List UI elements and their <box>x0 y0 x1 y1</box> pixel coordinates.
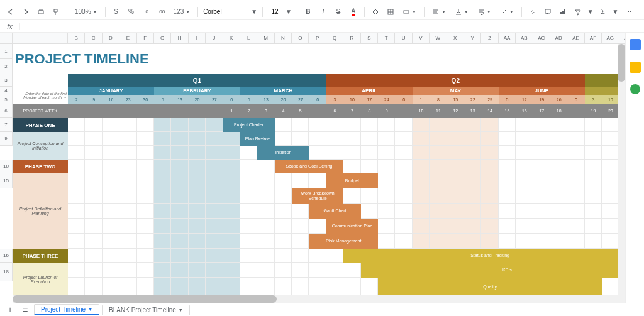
column-header[interactable]: B <box>68 33 85 44</box>
inc-decimal-button[interactable]: .00 <box>156 6 167 18</box>
tasks-addon-icon[interactable] <box>630 84 640 94</box>
keep-addon-icon[interactable] <box>630 62 641 73</box>
column-header[interactable]: O <box>292 33 309 44</box>
dec-decimal-button[interactable]: .0 <box>141 6 152 18</box>
all-sheets-button[interactable]: ≡ <box>19 305 31 315</box>
column-header[interactable]: AD <box>550 33 567 44</box>
column-header[interactable]: AE <box>567 33 584 44</box>
column-header[interactable]: T <box>378 33 395 44</box>
filter-chevron-icon[interactable]: ▼ <box>587 8 594 15</box>
row-header[interactable]: 7 <box>0 118 13 132</box>
column-header[interactable]: Z <box>481 33 498 44</box>
formula-input[interactable] <box>20 20 644 32</box>
row-header[interactable]: 9 <box>0 132 13 146</box>
column-header[interactable]: AF <box>585 33 602 44</box>
row-header[interactable]: 10 <box>0 160 13 173</box>
wrap-dropdown[interactable]: ▼ <box>475 6 494 18</box>
week-cell: 9 <box>378 104 395 118</box>
redo-button[interactable] <box>20 6 31 18</box>
corner-cell[interactable] <box>0 33 13 44</box>
column-header[interactable]: X <box>447 33 464 44</box>
column-header[interactable]: M <box>257 33 274 44</box>
paint-format-button[interactable] <box>50 6 62 18</box>
row-header[interactable]: 15 <box>0 173 13 188</box>
strike-button[interactable]: S <box>333 6 344 18</box>
sheet-menu-icon[interactable]: ▼ <box>88 307 92 312</box>
font-chevron-icon[interactable]: ▼ <box>251 8 257 15</box>
functions-chevron-icon[interactable]: ▼ <box>613 8 619 15</box>
column-header[interactable]: I <box>189 33 206 44</box>
size-chevron-icon[interactable]: ▼ <box>286 8 292 15</box>
sheet-tab-blank[interactable]: BLANK Project Timeline▼ <box>102 305 190 315</box>
cell <box>103 132 119 146</box>
column-header[interactable]: AG <box>602 33 619 44</box>
merge-dropdown[interactable]: ▼ <box>400 6 419 18</box>
chart-button[interactable] <box>557 6 569 18</box>
text-color-button[interactable]: A <box>348 6 359 18</box>
shade <box>447 219 464 234</box>
font-select[interactable] <box>203 8 247 15</box>
filter-button[interactable] <box>572 6 584 18</box>
link-button[interactable] <box>527 6 538 18</box>
column-header[interactable]: Y <box>464 33 481 44</box>
fill-color-button[interactable] <box>370 6 381 18</box>
row-header[interactable]: 18 <box>0 263 13 281</box>
row-header[interactable]: 2 <box>0 59 13 74</box>
cell <box>119 234 136 249</box>
column-header[interactable]: U <box>395 33 412 44</box>
column-header[interactable]: L <box>240 33 257 44</box>
column-header[interactable]: AA <box>499 33 516 44</box>
valign-dropdown[interactable]: ▼ <box>452 6 471 18</box>
column-header[interactable]: W <box>430 33 447 44</box>
font-size-input[interactable] <box>268 8 282 15</box>
print-button[interactable] <box>35 6 47 18</box>
row-header[interactable]: 3 <box>0 74 13 87</box>
number-format-dropdown[interactable]: 123▼ <box>171 6 193 18</box>
column-header[interactable]: AB <box>516 33 533 44</box>
column-header[interactable]: N <box>275 33 292 44</box>
column-header[interactable]: P <box>309 33 326 44</box>
sheet-tab-project-timeline[interactable]: Project Timeline▼ <box>34 304 99 315</box>
column-header[interactable]: AH <box>619 33 626 44</box>
add-sheet-button[interactable]: + <box>4 305 16 315</box>
column-header[interactable]: K <box>223 33 240 44</box>
column-header[interactable]: C <box>85 33 102 44</box>
shade <box>430 132 447 146</box>
sheet-menu-icon[interactable]: ▼ <box>179 308 183 312</box>
column-header[interactable]: S <box>361 33 378 44</box>
column-header[interactable]: Q <box>326 33 343 44</box>
row-header[interactable]: 4 <box>0 87 13 95</box>
italic-button[interactable]: I <box>318 6 329 18</box>
column-header[interactable]: F <box>137 33 154 44</box>
column-header[interactable]: V <box>413 33 430 44</box>
rotate-dropdown[interactable]: ▼ <box>497 6 516 18</box>
undo-button[interactable] <box>5 6 16 18</box>
percent-format-button[interactable]: % <box>126 6 137 18</box>
column-header[interactable]: AC <box>533 33 550 44</box>
column-header[interactable] <box>13 33 68 44</box>
vertical-scrollbar[interactable] <box>618 44 625 303</box>
column-header[interactable]: E <box>119 33 136 44</box>
row-header[interactable]: 6 <box>0 104 13 118</box>
calendar-addon-icon[interactable] <box>630 39 641 50</box>
borders-button[interactable] <box>385 6 396 18</box>
zoom-dropdown[interactable]: 100%▼ <box>72 6 100 18</box>
day-cell: 26 <box>550 95 567 104</box>
collapse-toolbar-button[interactable] <box>624 6 635 18</box>
column-header[interactable]: H <box>171 33 188 44</box>
column-header[interactable]: G <box>154 33 171 44</box>
horizontal-scrollbar[interactable] <box>13 295 618 303</box>
row-header[interactable]: 16 <box>0 249 13 263</box>
bold-button[interactable]: B <box>303 6 314 18</box>
column-header[interactable]: J <box>206 33 223 44</box>
row-header[interactable]: 1 <box>0 44 13 59</box>
row-header[interactable]: 5 <box>0 95 13 104</box>
column-header[interactable]: D <box>103 33 119 44</box>
comment-button[interactable] <box>542 6 553 18</box>
cell <box>137 188 154 204</box>
halign-dropdown[interactable]: ▼ <box>430 6 448 18</box>
functions-button[interactable]: Σ <box>597 6 609 18</box>
spreadsheet-grid[interactable]: BCDEFGHIJKLMNOPQRSTUVWXYZAAABACADAEAFAGA… <box>0 33 625 303</box>
currency-format-button[interactable]: $ <box>111 6 122 18</box>
column-header[interactable]: R <box>343 33 360 44</box>
